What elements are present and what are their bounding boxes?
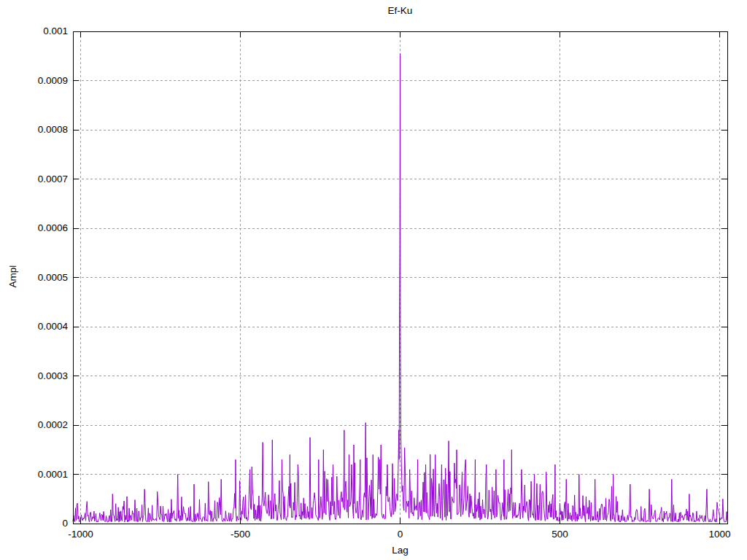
y-tick-label-0.0009: 0.0009: [0, 75, 68, 87]
chart-title: Ef-Ku: [73, 5, 727, 16]
y-tick-label-0.001: 0.001: [0, 26, 68, 37]
x-axis-label: Lag: [73, 545, 727, 556]
x-tick-label-0: 0: [368, 529, 433, 540]
x-tick-label--500: -500: [208, 529, 274, 540]
x-tick-label-1000: 1000: [686, 529, 747, 540]
y-tick-label-0.0006: 0.0006: [0, 222, 68, 234]
y-tick-label-0: 0: [0, 518, 68, 529]
x-tick-label--1000: -1000: [48, 529, 114, 540]
y-tick-label-0.0005: 0.0005: [0, 272, 68, 284]
y-tick-label-0.0007: 0.0007: [0, 174, 68, 185]
y-tick-label-0.0003: 0.0003: [0, 370, 68, 382]
y-tick-label-0.0002: 0.0002: [0, 419, 68, 431]
y-tick-label-0.0004: 0.0004: [0, 321, 68, 332]
y-tick-label-0.0008: 0.0008: [0, 124, 68, 136]
chart-plot-area: [0, 0, 747, 560]
x-tick-label-500: 500: [527, 529, 592, 540]
gnuplot-chart-window: Ef-Ku Ampl Lag 00.00010.00020.00030.0004…: [0, 0, 747, 560]
y-tick-label-0.0001: 0.0001: [0, 469, 68, 481]
